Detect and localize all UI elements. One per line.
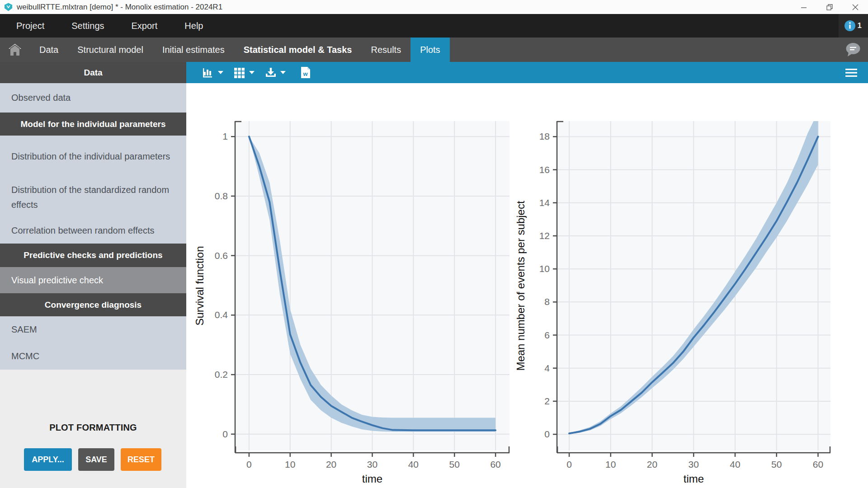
- menu-help[interactable]: Help: [174, 21, 214, 31]
- y-tick-label: 0.6: [215, 250, 228, 261]
- minimize-button[interactable]: [791, 0, 816, 14]
- y-tick-label: 8: [544, 296, 550, 307]
- sidebar-item-observed-data[interactable]: Observed data: [0, 83, 186, 113]
- y-tick-label: 12: [539, 230, 550, 241]
- x-tick-label: 20: [647, 459, 657, 469]
- save-button[interactable]: SAVE: [78, 448, 114, 471]
- y-axis-title: Mean number of events per subject: [514, 201, 527, 371]
- feedback-bubble-icon[interactable]: [845, 42, 861, 57]
- vpc-chart-0: 00.20.40.60.810102030405060timeSurvival …: [193, 121, 509, 485]
- plot-toolbar: w: [186, 62, 868, 83]
- sidebar-item-distribution-of-the-standardized-random-[interactable]: Distribution of the standardized random …: [0, 177, 186, 218]
- plot-formatting-title: PLOT FORMATTING: [0, 422, 186, 433]
- tab-structural-model[interactable]: Structural model: [68, 38, 153, 62]
- toolbar-row: Data: [0, 62, 868, 83]
- x-tick-label: 20: [326, 459, 336, 469]
- close-button[interactable]: [842, 0, 868, 14]
- main-tab-bar: DataStructural modelInitial estimatesSta…: [0, 38, 868, 62]
- sidebar-section-title: Data: [0, 62, 186, 83]
- sidebar-section-model-for-the-individual-parameters: Model for the individual parameters: [0, 113, 186, 136]
- menu-bar: ProjectSettingsExportHelp 1: [0, 14, 868, 38]
- notification-area[interactable]: 1: [839, 14, 868, 38]
- plot-area: 00.20.40.60.810102030405060timeSurvival …: [186, 83, 868, 488]
- chevron-down-icon: [249, 70, 255, 75]
- y-tick-label: 0.8: [215, 191, 228, 201]
- home-icon: [8, 43, 22, 56]
- y-tick-label: 4: [544, 363, 550, 373]
- chart-type-icon: [203, 67, 214, 78]
- y-tick-label: 2: [544, 396, 550, 406]
- menu-settings[interactable]: Settings: [61, 21, 115, 31]
- x-axis-title: time: [362, 473, 382, 485]
- x-tick-label: 10: [605, 459, 616, 469]
- y-tick-label: 1: [222, 131, 228, 141]
- x-tick-label: 40: [730, 459, 740, 469]
- x-tick-label: 10: [285, 459, 295, 469]
- y-tick-label: 14: [539, 197, 550, 208]
- tab-statistical-model-tasks[interactable]: Statistical model & Tasks: [234, 38, 362, 62]
- x-tick-label: 0: [246, 459, 252, 469]
- chevron-down-icon: [217, 70, 224, 75]
- y-tick-label: 6: [544, 330, 550, 340]
- sidebar-item-visual-predictive-check[interactable]: Visual predictive check: [0, 267, 186, 293]
- layout-grid-icon: [234, 67, 245, 78]
- y-axis-title: Survival function: [193, 246, 206, 325]
- word-export-icon: w: [301, 66, 311, 79]
- tab-data[interactable]: Data: [30, 38, 68, 62]
- svg-text:w: w: [302, 70, 308, 77]
- x-tick-label: 50: [771, 459, 782, 469]
- x-axis-title: time: [684, 473, 704, 485]
- tab-initial-estimates[interactable]: Initial estimates: [153, 38, 234, 62]
- layout-grid-button[interactable]: [234, 67, 255, 78]
- notification-count: 1: [858, 21, 862, 30]
- sidebar-item-distribution-of-the-individual-parameter[interactable]: Distribution of the individual parameter…: [0, 136, 186, 177]
- y-tick-label: 0.4: [215, 310, 228, 320]
- x-tick-label: 40: [408, 459, 419, 469]
- chevron-down-icon: [280, 70, 286, 75]
- chart-type-button[interactable]: [203, 67, 224, 78]
- tab-results[interactable]: Results: [361, 38, 410, 62]
- y-tick-label: 0.2: [215, 369, 228, 380]
- download-button[interactable]: [265, 67, 286, 78]
- monolix-logo-icon: [4, 3, 13, 11]
- title-bar: weibullRTTE.mlxtran [demo] * - Monolix e…: [0, 0, 868, 14]
- sidebar-section-predictive-checks-and-predictions: Predictive checks and predictions: [0, 244, 186, 267]
- sidebar-section-convergence-diagnosis: Convergence diagnosis: [0, 293, 186, 316]
- x-tick-label: 60: [813, 459, 823, 469]
- reset-button[interactable]: RESET: [121, 448, 161, 471]
- y-tick-label: 0: [222, 429, 228, 439]
- download-icon: [265, 67, 277, 78]
- plots-sidebar: Observed dataModel for the individual pa…: [0, 83, 186, 488]
- x-tick-label: 50: [449, 459, 460, 469]
- apply-button[interactable]: APPLY...: [24, 448, 72, 471]
- sidebar-item-mcmc[interactable]: MCMC: [0, 343, 186, 370]
- x-tick-label: 60: [490, 459, 500, 469]
- vpc-charts: 00.20.40.60.810102030405060timeSurvival …: [186, 83, 868, 488]
- word-export-button[interactable]: w: [301, 66, 311, 79]
- menu-icon: [845, 68, 857, 77]
- x-tick-label: 30: [367, 459, 377, 469]
- sidebar-item-correlation-between-random-effects[interactable]: Correlation between random effects: [0, 218, 186, 244]
- tab-plots[interactable]: Plots: [410, 38, 449, 62]
- home-tab[interactable]: [0, 38, 30, 62]
- plot-menu-button[interactable]: [845, 68, 868, 77]
- vpc-chart-1: 0246810121416180102030405060timeMean num…: [514, 112, 830, 485]
- y-tick-label: 10: [539, 263, 550, 274]
- window-title: weibullRTTE.mlxtran [demo] * - Monolix e…: [17, 3, 222, 12]
- y-tick-label: 18: [539, 131, 550, 141]
- y-tick-label: 0: [544, 429, 550, 439]
- x-tick-label: 0: [566, 459, 572, 469]
- info-icon: [844, 20, 856, 32]
- menu-project[interactable]: Project: [5, 21, 55, 31]
- x-tick-label: 30: [689, 459, 699, 469]
- menu-export[interactable]: Export: [121, 21, 169, 31]
- sidebar-item-saem[interactable]: SAEM: [0, 316, 186, 343]
- y-tick-label: 16: [539, 164, 550, 175]
- restore-button[interactable]: [816, 0, 842, 14]
